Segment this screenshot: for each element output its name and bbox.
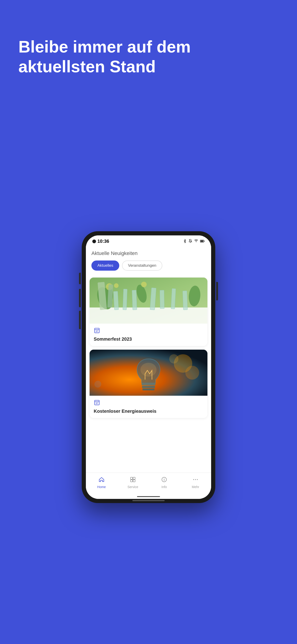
filter-veranstaltungen[interactable]: Veranstaltungen [122,260,162,271]
svg-rect-40 [133,480,135,482]
card-energie-body: Kostenloser Energieausweis [90,396,208,418]
nav-mehr[interactable]: Mehr [180,475,211,490]
bottom-nav: Home Service [86,473,211,495]
camera-dot [92,240,96,243]
status-bar: 10:36 [86,236,211,246]
svg-rect-33 [95,400,99,405]
bell-off-icon [188,239,192,244]
svg-rect-20 [95,328,99,333]
svg-point-19 [141,282,147,287]
svg-rect-10 [160,290,164,309]
svg-point-32 [140,363,156,376]
card-sommerfest-icon [94,327,203,335]
phone-screen: 10:36 [86,236,211,499]
card-image-energy [90,350,208,396]
more-icon [192,476,198,484]
app-header: Aktuelle Neuigkeiten Aktuelles Veranstal… [86,246,211,278]
svg-point-45 [195,479,196,480]
svg-rect-29 [142,383,156,385]
svg-point-27 [169,354,178,364]
phone-wrapper: 10:36 [0,90,297,644]
card-image-sommerfest [90,278,208,324]
nav-home-label: Home [97,485,106,489]
svg-rect-38 [133,477,135,479]
status-time: 10:36 [98,238,109,244]
svg-rect-8 [132,290,137,310]
filter-aktuelles[interactable]: Aktuelles [92,260,119,271]
section-title: Aktuelle Neuigkeiten [92,250,206,256]
nav-service[interactable]: Service [117,475,148,490]
svg-point-17 [106,283,113,290]
card-energie-title: Kostenloser Energieausweis [94,408,203,414]
nav-info-label: Info [162,485,167,489]
svg-rect-30 [142,386,155,388]
cards-container: Sommerfest 2023 [86,278,211,473]
card-sommerfest-body: Sommerfest 2023 [90,324,208,346]
status-time-area: 10:36 [92,238,109,244]
svg-rect-6 [114,291,118,310]
nav-service-label: Service [128,485,138,489]
hero-title: Bleibe immer auf dem aktuellsten Stand [18,37,278,77]
svg-rect-2 [204,241,205,242]
svg-rect-12 [183,291,188,310]
filter-buttons: Aktuelles Veranstaltungen [92,260,206,271]
svg-rect-7 [123,289,127,310]
svg-point-46 [197,479,198,480]
svg-rect-39 [130,480,132,482]
hero-section: Bleibe immer auf dem aktuellsten Stand [0,0,297,90]
svg-point-28 [94,381,101,388]
info-icon [161,476,167,484]
card-energie[interactable]: Kostenloser Energieausweis [90,350,208,418]
home-indicator [137,496,160,497]
battery-icon [200,239,205,244]
nav-info[interactable]: Info [148,475,180,490]
grid-icon [130,476,136,484]
svg-point-44 [193,479,194,480]
card-sommerfest-title: Sommerfest 2023 [94,336,203,342]
screen-content: Aktuelle Neuigkeiten Aktuelles Veranstal… [86,246,211,499]
phone-device: 10:36 [82,231,215,503]
card-sommerfest[interactable]: Sommerfest 2023 [90,278,208,346]
nav-mehr-label: Mehr [192,485,199,489]
bluetooth-icon [183,239,187,244]
svg-point-18 [114,283,118,288]
svg-rect-5 [90,308,208,324]
svg-rect-31 [142,388,154,390]
wifi-icon [194,239,198,244]
home-icon [98,476,104,484]
nav-home[interactable]: Home [86,475,117,490]
svg-point-43 [164,478,164,478]
card-energie-icon [94,400,203,407]
svg-point-26 [185,366,199,380]
svg-rect-37 [130,477,132,479]
svg-rect-3 [200,240,203,242]
status-icons [183,239,205,244]
